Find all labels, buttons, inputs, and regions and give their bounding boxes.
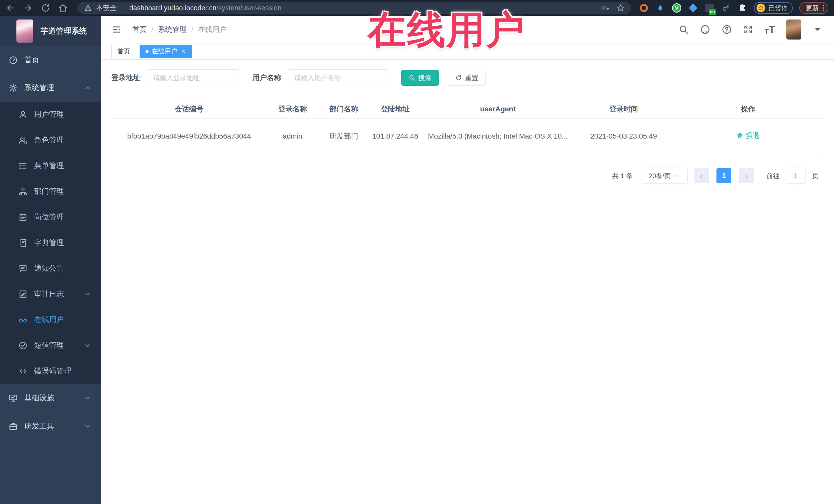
avatar-caret-down-icon[interactable] [812, 24, 823, 35]
user-avatar[interactable] [786, 20, 801, 40]
browser-menu-icon[interactable] [823, 5, 824, 11]
sidebar-item-error-code-management[interactable]: 错误码管理 [0, 358, 101, 384]
sidebar-item-online-users[interactable]: 在线用户 [0, 307, 101, 333]
sidebar-item-infrastructure[interactable]: 基础设施 [0, 384, 101, 412]
reset-button[interactable]: 重置 [448, 70, 485, 86]
app-title: 芋道管理系统 [41, 26, 87, 37]
tab-close-icon[interactable] [180, 48, 186, 54]
chevron-down-icon [84, 394, 91, 402]
login-address-label: 登录地址 [111, 73, 140, 83]
tab-online-users[interactable]: 在线用户 [139, 45, 192, 58]
profile-paused-badge[interactable]: ☺ 已暂停 [754, 2, 793, 14]
audit-log-icon [19, 290, 27, 299]
system-management-submenu: 用户管理 角色管理 菜单管理 部门管理 岗位管理 [0, 102, 101, 384]
paused-label: 已暂停 [768, 4, 788, 12]
fullscreen-icon[interactable] [743, 24, 753, 35]
search-button[interactable]: 搜索 [401, 70, 439, 86]
prev-page-button[interactable]: ‹ [694, 168, 709, 183]
tab-home[interactable]: 首页 [111, 45, 136, 58]
browser-forward-icon[interactable] [23, 3, 33, 13]
sidebar-logo-block[interactable]: 芋道管理系统 [0, 16, 101, 46]
sessions-table: 会话编号 登录名称 部门名称 登陆地址 userAgent 登录时间 操作 bf… [111, 100, 824, 154]
sidebar-item-post-management[interactable]: 岗位管理 [0, 204, 101, 230]
extensions-row: V en ☺ 已暂停 更新 [639, 2, 828, 14]
next-page-button[interactable]: › [739, 168, 754, 183]
roles-icon [19, 136, 27, 145]
help-icon[interactable] [722, 24, 732, 35]
current-page-button[interactable]: 1 [717, 168, 731, 183]
sidebar-item-role-management[interactable]: 角色管理 [0, 127, 101, 153]
address-bar[interactable]: 不安全 dashboard.yudao.iocoder.cn/system/us… [78, 2, 631, 14]
browser-home-icon[interactable] [58, 3, 68, 13]
page-unit-label: 页 [812, 171, 819, 180]
url-text: dashboard.yudao.iocoder.cn/system/user-s… [129, 4, 597, 12]
trash-icon [737, 132, 743, 139]
gear-icon [9, 83, 18, 92]
user-name-label: 用户名称 [253, 73, 281, 83]
sidebar-item-audit-log[interactable]: 审计日志 [0, 281, 101, 307]
extension-diamond-icon[interactable] [688, 3, 698, 13]
breadcrumb-system-management[interactable]: 系统管理 [158, 25, 187, 35]
cell-user-agent: Mozilla/5.0 (Macintosh; Intel Mac OS X 1… [421, 131, 575, 141]
sidebar-item-home[interactable]: 首页 [0, 46, 101, 74]
column-user-agent: userAgent [421, 104, 575, 114]
monitor-chart-icon [9, 394, 18, 403]
sidebar-collapse-icon[interactable] [111, 24, 122, 35]
active-tab-dot [146, 50, 149, 53]
font-size-icon[interactable]: TT [765, 24, 775, 35]
header-actions: TT [679, 20, 823, 40]
extension-translate-icon[interactable]: en [705, 3, 715, 13]
online-users-icon [19, 315, 27, 324]
extensions-puzzle-icon[interactable] [738, 3, 747, 13]
extension-key-icon[interactable] [721, 3, 731, 13]
extension-orange-icon[interactable] [639, 3, 649, 13]
sidebar-item-announcement[interactable]: 通知公告 [0, 256, 101, 281]
github-icon[interactable] [700, 24, 710, 35]
app-header: 首页 / 系统管理 / 在线用户 TT [101, 16, 834, 43]
menu-list-icon [19, 161, 27, 170]
goto-page-input[interactable] [786, 168, 806, 184]
update-label: 更新 [806, 4, 819, 13]
column-department: 部门名称 [318, 104, 370, 114]
breadcrumb-current: 在线用户 [198, 25, 227, 35]
breadcrumb-home[interactable]: 首页 [132, 25, 147, 35]
app-logo-image [17, 20, 34, 43]
pagination-total: 共 1 条 [612, 171, 633, 180]
not-secure-warning-icon[interactable] [84, 4, 92, 12]
sidebar-item-department-management[interactable]: 部门管理 [0, 179, 101, 204]
column-login-address: 登陆地址 [370, 104, 421, 114]
security-label: 不安全 [96, 3, 117, 13]
cell-department: 研发部门 [318, 131, 370, 141]
page-content: 登录地址 用户名称 搜索 重置 会话编号 登录名称 部门名称 [101, 60, 834, 504]
browser-reload-icon[interactable] [41, 3, 50, 13]
browser-back-icon[interactable] [6, 3, 15, 13]
extension-drop-icon[interactable] [655, 3, 665, 13]
browser-update-button[interactable]: 更新 [799, 2, 828, 14]
bookmark-star-icon[interactable] [616, 4, 624, 12]
chevron-down-icon [84, 342, 91, 349]
login-address-input[interactable] [147, 69, 239, 86]
sidebar-item-dict-management[interactable]: 字典管理 [0, 230, 101, 256]
cell-login-time: 2021-05-03 23:05:49 [575, 131, 672, 141]
sidebar-item-sms-management[interactable]: 短信管理 [0, 333, 101, 358]
force-logout-button[interactable]: 强退 [737, 130, 760, 141]
sidebar-item-dev-tools[interactable]: 研发工具 [0, 412, 101, 440]
user-name-input[interactable] [288, 69, 388, 86]
sidebar-item-user-management[interactable]: 用户管理 [0, 102, 101, 127]
url-domain: dashboard.yudao.iocoder.cn [129, 4, 216, 12]
org-tree-icon [19, 187, 27, 196]
goto-label: 前往 [766, 171, 780, 180]
dashboard-icon [9, 56, 18, 65]
pagination: 共 1 条 20条/页 ‹ 1 › 前往 页 [111, 168, 824, 184]
announcement-icon [19, 264, 27, 273]
sidebar-item-menu-management[interactable]: 菜单管理 [0, 153, 101, 179]
password-key-icon[interactable] [601, 4, 610, 12]
sidebar-menu: 首页 系统管理 用户管理 角色管理 菜单管理 [0, 46, 101, 440]
sidebar-item-system-management[interactable]: 系统管理 [0, 74, 101, 102]
table-header-row: 会话编号 登录名称 部门名称 登陆地址 userAgent 登录时间 操作 [111, 100, 824, 118]
extension-v-icon[interactable]: V [672, 3, 682, 13]
page-size-select[interactable]: 20条/页 [641, 168, 688, 184]
breadcrumb: 首页 / 系统管理 / 在线用户 [132, 25, 227, 35]
sidebar: 芋道管理系统 首页 系统管理 用户管理 角色管理 [0, 16, 101, 504]
header-search-icon[interactable] [679, 24, 689, 35]
